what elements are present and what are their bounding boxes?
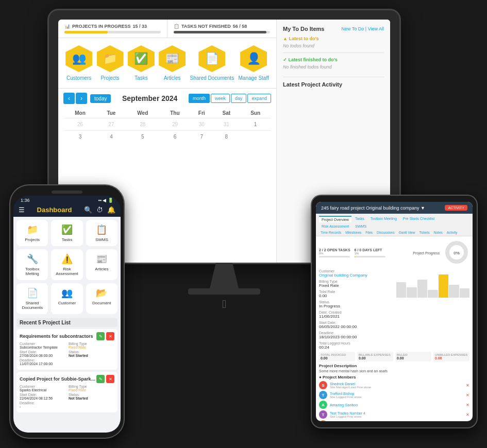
cal-cell[interactable]: 31 xyxy=(213,118,240,131)
view-all-link[interactable]: View All xyxy=(368,26,384,31)
monitor-stand xyxy=(204,263,245,288)
phone-nav-risk[interactable]: ⚠️ Risk Assessment xyxy=(51,249,82,280)
phone-nav-document[interactable]: 📂 Document xyxy=(86,283,117,314)
tablet-start-date-value: 06/05/2022 00:00:00 xyxy=(319,324,392,329)
phone-nav-swms[interactable]: 📋 SWMS xyxy=(86,220,117,246)
phone-delete-button-2[interactable]: ✕ xyxy=(106,375,114,383)
phone-status-value-2: Not Started xyxy=(69,397,114,400)
phone-timer-icon[interactable]: ⏱ xyxy=(96,206,103,214)
phone-edit-button-2[interactable]: ✎ xyxy=(96,375,105,383)
phone-menu-icon[interactable]: ☰ xyxy=(19,206,25,214)
cal-cell[interactable]: 27 xyxy=(97,118,126,131)
phone-nav-customer[interactable]: 👥 Customer xyxy=(51,283,82,314)
subtab-discussions[interactable]: Discussions xyxy=(375,230,396,235)
tablet-member-row: A Amazing Gariboo ✕ xyxy=(319,401,469,409)
phone-nav-tasks[interactable]: ✅ Tasks xyxy=(51,220,82,246)
calendar-prev-button[interactable]: ‹ xyxy=(63,93,75,104)
calendar-month-button[interactable]: month xyxy=(189,94,210,103)
calendar-header: ‹ › today September 2024 month week day … xyxy=(63,93,271,104)
new-todo-link[interactable]: New To Do xyxy=(341,26,364,31)
articles-hex-icon: 📰 xyxy=(159,45,186,72)
tablet-project-desc-text: Some more mental hash sion and an asafs xyxy=(319,369,469,373)
nav-icon-projects[interactable]: 📁 Projects xyxy=(97,45,124,81)
cal-cell[interactable]: 28 xyxy=(126,118,160,131)
calendar-today-button[interactable]: today xyxy=(90,94,111,103)
tablet-member-status[interactable]: ✕ xyxy=(466,412,469,417)
nav-icon-articles[interactable]: 📰 Articles xyxy=(159,45,186,81)
nav-icons-grid: 👥 Customers 📁 Projects ✅ Tasks 📰 Article… xyxy=(58,38,276,89)
phone-icons-grid: 📁 Projects ✅ Tasks 📋 SWMS 🔧 Toolbox Mett… xyxy=(16,220,117,314)
nav-icon-tasks[interactable]: ✅ Tasks xyxy=(128,45,155,81)
phone-toolbox-icon: 🔧 xyxy=(27,253,38,265)
tablet-member-info: Trafford Bishop Site Logged Fine stone xyxy=(330,392,463,399)
tab-project-overview[interactable]: Project Overview xyxy=(319,216,351,222)
subtab-time-records[interactable]: Time Records xyxy=(319,230,343,235)
subtab-notes[interactable]: Notes xyxy=(432,230,444,235)
phone-notch xyxy=(52,191,82,194)
phone-project-title-row-2: Copied Project for Subbie-Sparks Electri… xyxy=(20,375,114,383)
cal-cell[interactable]: 26 xyxy=(63,118,97,131)
nav-icon-manage-staff[interactable]: 👤 Manage Staff xyxy=(239,45,269,81)
nav-icon-customers[interactable]: 👥 Customers xyxy=(65,45,92,81)
tablet-member-status[interactable]: ✕ xyxy=(466,403,469,407)
cal-cell[interactable]: 30 xyxy=(190,118,213,131)
phone-delete-button[interactable]: ✕ xyxy=(106,332,114,340)
calendar-week-button[interactable]: week xyxy=(211,94,230,103)
phone-customer-label: Customer xyxy=(58,301,76,305)
cal-cell[interactable]: 3 xyxy=(63,131,97,143)
phone-project-row: Customer Subcontractor Template Billing … xyxy=(20,342,114,349)
customers-hex-icon: 👥 xyxy=(65,45,92,72)
tablet: 245 fairy road project Original building… xyxy=(312,196,477,427)
phone-toolbox-label: Toolbox Metting xyxy=(19,267,46,276)
calendar-day-button[interactable]: day xyxy=(231,94,247,103)
phone-nav-toolbox[interactable]: 🔧 Toolbox Metting xyxy=(16,249,48,280)
calendar-expand-button[interactable]: expand xyxy=(247,94,271,103)
phone-edit-button[interactable]: ✎ xyxy=(96,332,105,340)
subtab-gantt[interactable]: Gantt View xyxy=(397,230,417,235)
chart-bar xyxy=(407,287,416,298)
manage-staff-hex-icon: 👤 xyxy=(240,45,267,72)
tablet-member-status[interactable]: ✕ xyxy=(466,383,469,388)
phone-nav-projects[interactable]: 📁 Projects xyxy=(16,220,48,246)
avatar: S xyxy=(319,381,327,389)
subtab-tickets[interactable]: Tickets xyxy=(417,230,431,235)
cal-cell[interactable]: 29 xyxy=(160,118,190,131)
tablet-open-tasks-stat: 2 / 2 OPEN TASKS 0% xyxy=(319,248,350,257)
chart-bar xyxy=(417,280,427,298)
cal-cell[interactable] xyxy=(240,131,271,143)
cal-cell[interactable]: 1 xyxy=(240,118,271,131)
tablet-activity-button[interactable]: ACTIVITY xyxy=(445,205,467,211)
phone-bell-icon[interactable]: 🔔 xyxy=(107,206,115,214)
cal-cell[interactable]: 4 xyxy=(97,131,126,143)
tablet-project-title[interactable]: 245 fairy road project Original building… xyxy=(321,205,425,211)
tablet-members-section: ● Project Members S Shedrick Daniel Site… xyxy=(319,375,469,421)
projects-icon: 📊 xyxy=(64,24,70,29)
cal-cell[interactable]: 6 xyxy=(160,131,190,143)
subtab-files[interactable]: Files xyxy=(364,230,374,235)
phone-project-customer-col: Customer Subcontractor Template xyxy=(20,342,65,349)
cal-cell[interactable]: 7 xyxy=(190,131,213,143)
tab-toolbox-meeting[interactable]: Toolbox Meeting xyxy=(368,216,399,222)
cal-cell[interactable]: 8 xyxy=(213,131,240,143)
tab-swms[interactable]: SWMS xyxy=(352,223,369,229)
phone-projects-label: Projects xyxy=(25,237,40,242)
tablet-total-rate-value: 0.00 xyxy=(319,294,392,298)
tablet-members-title: ● Project Members xyxy=(319,375,469,380)
tab-tasks[interactable]: Tasks xyxy=(352,216,367,222)
tab-pre-starts[interactable]: Pre Starts Checklist xyxy=(400,216,437,222)
cal-header-sun: Sun xyxy=(240,108,271,118)
tab-risk-assessment[interactable]: Risk Assessment xyxy=(319,223,351,229)
shared-docs-hex-icon: 📄 xyxy=(198,45,225,72)
latest-todos-title: ▲ Latest to do's xyxy=(283,36,384,41)
chart-bar xyxy=(428,290,438,298)
phone-search-icon[interactable]: 🔍 xyxy=(84,206,92,214)
subtab-activity[interactable]: Activity xyxy=(445,230,459,235)
cal-cell[interactable]: 5 xyxy=(126,131,160,143)
phone-nav-shared-docs[interactable]: 📄 Shared Documents xyxy=(16,283,48,314)
tablet-member-status[interactable]: ✕ xyxy=(466,393,469,398)
phone-project-row-4: Start Date: 22/04/2024 08:12:56 Status: … xyxy=(20,393,114,400)
phone-nav-articles[interactable]: 📰 Articles xyxy=(86,249,117,280)
calendar-next-button[interactable]: › xyxy=(76,93,87,104)
subtab-milestones[interactable]: Milestones xyxy=(344,230,363,235)
nav-icon-shared-documents[interactable]: 📄 Shared Documents xyxy=(190,45,234,81)
